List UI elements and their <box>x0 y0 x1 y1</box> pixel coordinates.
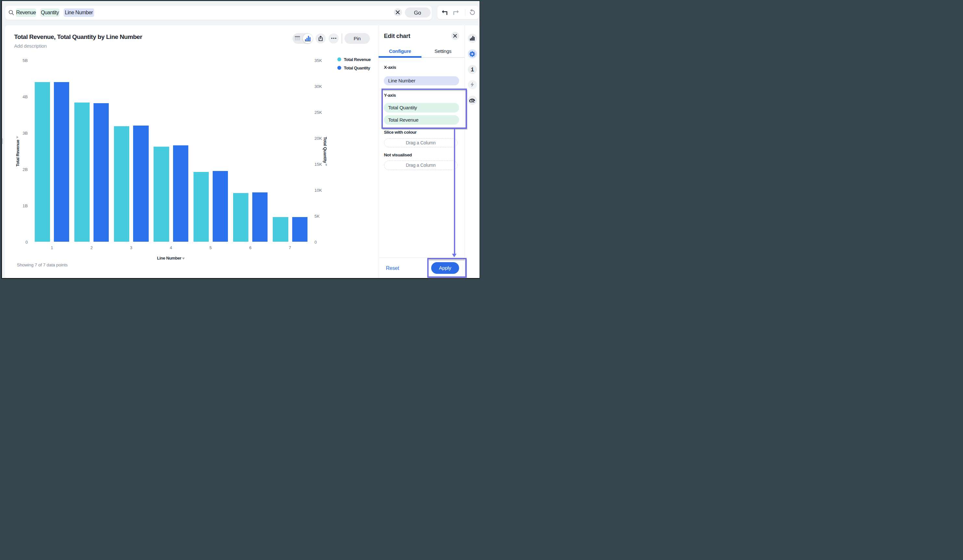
svg-text:i: i <box>470 66 474 72</box>
svg-text:R: R <box>471 98 474 104</box>
